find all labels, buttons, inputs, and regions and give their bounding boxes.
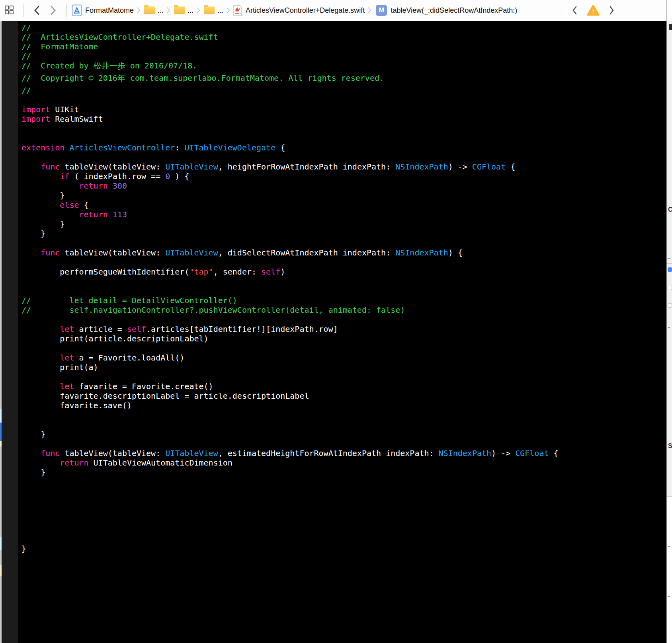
chevron-right-icon <box>226 7 230 14</box>
code-line <box>21 410 666 420</box>
navigator-sliver <box>0 21 2 643</box>
code-line: favarite.save() <box>21 401 666 410</box>
code-line: let a = Favorite.loadAll() <box>21 353 666 362</box>
code-line: // FormatMatome <box>21 42 666 51</box>
code-line <box>21 238 666 248</box>
code-line: extension ArticlesViewController: UITabl… <box>21 143 666 152</box>
breadcrumb-folder[interactable]: ... <box>158 6 164 15</box>
code-line: import RealmSwift <box>21 114 666 124</box>
chevron-right-icon <box>367 7 371 14</box>
chevron-right-icon <box>166 7 170 14</box>
code-line: // Copyright © 2016年 com.team.superlabo.… <box>21 73 666 86</box>
back-button[interactable] <box>31 4 42 16</box>
inspector-letter-top: C <box>668 206 672 213</box>
code-line <box>21 257 666 267</box>
code-line: // ArticlesViewController+Delegate.swift <box>21 32 666 42</box>
code-line <box>21 420 666 429</box>
code-line: favarite.descriptionLabel = article.desc… <box>21 391 666 401</box>
code-line <box>21 439 666 448</box>
breadcrumb-project[interactable]: FormatMatome <box>85 6 134 15</box>
folder-icon <box>204 6 215 14</box>
code-line: // <box>21 86 666 95</box>
code-line <box>21 496 666 506</box>
code-lines: //// ArticlesViewController+Delegate.swi… <box>21 23 666 553</box>
toolbar-bottom-border <box>0 21 672 21</box>
code-line: } <box>21 191 666 200</box>
code-line: performSegueWithIdentifier("tap", sender… <box>21 267 666 277</box>
inspector-field[interactable] <box>668 286 672 290</box>
related-items-icon[interactable] <box>5 6 14 15</box>
code-line: } <box>21 229 666 238</box>
toolbar-separator <box>66 4 67 17</box>
code-line: return 113 <box>21 210 666 219</box>
code-line <box>21 124 666 133</box>
code-editor[interactable]: //// ArticlesViewController+Delegate.swi… <box>18 21 666 643</box>
code-line: func tableView(tableView: UITableView, e… <box>21 448 666 458</box>
code-line: let favarite = Favorite.create() <box>21 382 666 391</box>
previous-issue-button[interactable] <box>569 4 580 16</box>
forward-button[interactable] <box>48 4 59 16</box>
code-line: } <box>21 468 666 477</box>
next-issue-button[interactable] <box>607 4 617 16</box>
folder-icon <box>144 6 155 14</box>
breadcrumb-file[interactable]: ArticlesViewController+Delegate.swift <box>246 6 365 15</box>
code-line: } <box>21 544 666 553</box>
project-file-icon <box>72 4 82 16</box>
issue-navigation: ! <box>556 4 620 17</box>
code-line: func tableView(tableView: UITableView, h… <box>21 162 666 171</box>
code-line: // <box>21 51 666 61</box>
svg-text:SWIFT: SWIFT <box>234 12 241 15</box>
code-line: } <box>21 219 666 229</box>
svg-text:!: ! <box>592 8 594 15</box>
breadcrumb-symbol[interactable]: tableView(_:didSelectRowAtIndexPath:) <box>391 6 517 15</box>
code-line: let article = self.articles[tabIdentifie… <box>21 324 666 334</box>
code-line <box>21 277 666 286</box>
toolbar-separator <box>561 4 561 17</box>
code-line: import UIKit <box>21 105 666 114</box>
code-line <box>21 525 666 534</box>
code-line <box>21 133 666 143</box>
code-line: print(a) <box>21 362 666 372</box>
code-line: } <box>21 429 666 439</box>
breadcrumb-folder[interactable]: ... <box>188 6 193 15</box>
toolbar-separator <box>23 4 23 17</box>
code-line: if ( indexPath.row == 0 ) { <box>21 171 666 181</box>
code-line: return UITableViewAutomaticDimension <box>21 458 666 468</box>
code-line <box>21 286 666 296</box>
swift-file-icon: SWIFT <box>233 5 242 16</box>
chevron-right-icon <box>196 7 200 14</box>
code-line: return 300 <box>21 181 666 191</box>
inspector-letter-bottom: S <box>668 442 672 450</box>
code-line <box>21 315 666 324</box>
code-line <box>21 515 666 525</box>
code-line: else { <box>21 200 666 210</box>
code-line: // let detail = DetailViewController() <box>21 296 666 305</box>
code-line <box>21 534 666 544</box>
code-line <box>21 372 666 382</box>
inspector-field[interactable] <box>668 303 672 308</box>
code-line <box>21 152 666 162</box>
code-line <box>21 487 666 496</box>
warning-icon[interactable]: ! <box>587 5 600 16</box>
folder-icon <box>174 6 185 14</box>
code-line <box>21 343 666 353</box>
jump-bar: FormatMatome ... ... ... SWIFT ArticlesV… <box>0 0 672 21</box>
code-line: // <box>21 23 666 32</box>
code-line <box>21 506 666 515</box>
code-line: func tableView(tableView: UITableView, d… <box>21 248 666 257</box>
code-line: // Created by 松井一歩 on 2016/07/18. <box>21 61 666 73</box>
inspector-glyph-fragment <box>669 24 672 30</box>
code-line: // self.navigationController?.pushViewCo… <box>21 305 666 315</box>
method-symbol-icon: M <box>376 5 387 16</box>
breadcrumb-folder[interactable]: ... <box>217 6 223 15</box>
code-line: print(article.descriptionLabel) <box>21 334 666 343</box>
inspector-checkbox-checked[interactable] <box>668 267 672 272</box>
editor-gutter[interactable] <box>2 21 18 643</box>
code-line <box>21 477 666 487</box>
inspector-sliver: C S <box>666 0 672 643</box>
code-line <box>21 95 666 105</box>
chevron-right-icon <box>137 7 141 14</box>
